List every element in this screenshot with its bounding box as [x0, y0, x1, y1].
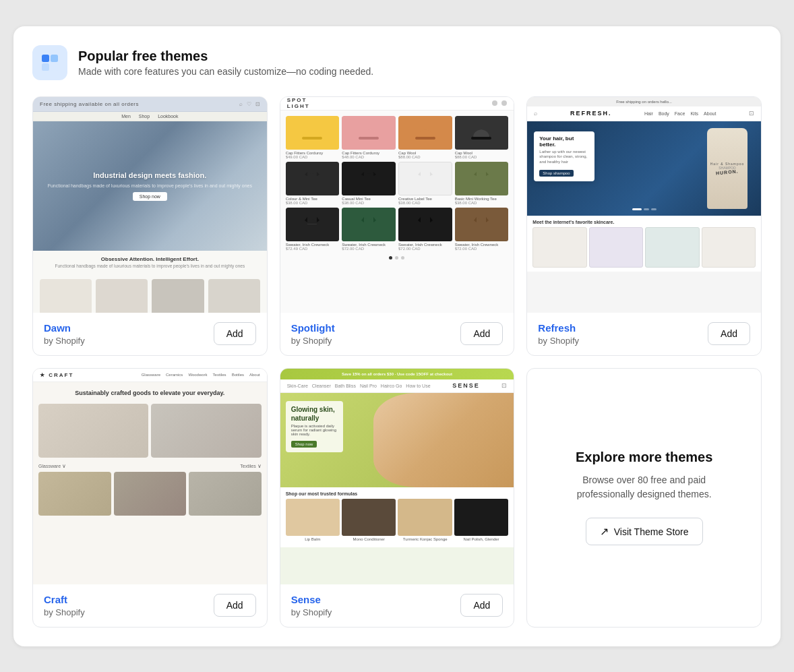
header-text: Popular free themes Made with core featu…: [78, 49, 373, 77]
refresh-name-link[interactable]: Refresh: [538, 322, 576, 334]
sp-product-hat-yellow: Cap Fitters Corduroy $49.00 CAD: [286, 116, 340, 159]
svg-rect-2: [42, 63, 49, 71]
sense-hero-tagline: Glowing skin, naturally: [291, 405, 338, 423]
spotlight-name-link[interactable]: Spotlight: [291, 322, 335, 334]
spotlight-author: by Shopify: [291, 336, 335, 346]
sp-sweater-green-img: [342, 208, 396, 241]
sense-hero: Glowing skin, naturally Plaque is activa…: [280, 393, 514, 487]
refresh-hero: Your hair, but better. Lather up with ou…: [527, 121, 761, 216]
dawn-product-1: [40, 279, 92, 313]
svg-rect-3: [51, 63, 58, 71]
refresh-skincare: Meet the internet's favorite skincare.: [527, 216, 761, 272]
sense-add-button[interactable]: Add: [460, 594, 503, 617]
dawn-name-link[interactable]: Dawn: [44, 322, 71, 334]
svg-rect-9: [415, 137, 435, 140]
refresh-footer: Refresh by Shopify Add: [527, 313, 761, 355]
main-card: Popular free themes Made with core featu…: [13, 26, 781, 646]
craft-footer: Craft by Shopify Add: [33, 584, 267, 627]
dawn-info: Dawn by Shopify: [44, 322, 85, 346]
sp-tshirt-dark-img: [342, 162, 396, 195]
refresh-nav-icon-bag: ⊡: [749, 110, 754, 117]
sense-product-4-label: Nail Polish, Glender: [454, 537, 508, 541]
craft-label-glassware: Glassware: [38, 464, 61, 468]
refresh-skincare-title: Meet the internet's favorite skincare.: [532, 220, 756, 224]
sp-sweater-black2-img: [398, 208, 452, 241]
app-icon: [32, 45, 67, 80]
craft-bottom-row: [33, 472, 267, 521]
sp-product-tshirt-4: Basic Mini Working Tee $38.00 CAD: [455, 162, 509, 205]
sense-logo: SENSE: [452, 382, 480, 389]
sense-product-3: Turmeric Konjac Sponge: [398, 499, 452, 541]
sp-product-sweater-1: Sweater, Irish Crewneck $72.49 CAD: [286, 208, 340, 251]
sense-nav: Skin-Care Cleanser Bath Bliss Nail Pro H…: [280, 379, 514, 393]
sense-name-link[interactable]: Sense: [291, 594, 321, 605]
refresh-popup-btn: Shop shampoo: [539, 170, 573, 177]
sense-product-2-label: Mono Conditioner: [342, 537, 396, 541]
theme-card-craft: ★ CRAFT Glassware Ceramics Woodwork Text…: [32, 368, 268, 628]
sense-nav-howto: How to Use: [406, 384, 430, 388]
craft-label-textiles: Textiles: [240, 464, 255, 468]
svg-rect-1: [51, 55, 58, 62]
sense-hero-textbox: Glowing skin, naturally Plaque is activa…: [286, 401, 343, 452]
explore-description: Browse over 80 free and paid professiona…: [563, 473, 725, 501]
sense-banner: Save 15% on all orders $30 · Use code 15…: [280, 369, 514, 379]
craft-hero-text: Sustainably crafted goods to elevate you…: [33, 382, 267, 404]
sp-product-sweater-2: Sweater, Irish Crewneck $72.00 CAD: [342, 208, 396, 251]
craft-author: by Shopify: [44, 607, 85, 617]
spotlight-add-button[interactable]: Add: [460, 322, 503, 345]
theme-card-spotlight: SPOTLIGHT Cap Fitters Corduroy $49.00 CA…: [280, 96, 515, 356]
spotlight-nav-icon-1: [492, 100, 497, 106]
sp-product-sweater-4: Sweater, Irish Crewneck $72.00 CAD: [455, 208, 509, 251]
craft-preview: ★ CRAFT Glassware Ceramics Woodwork Text…: [33, 369, 267, 584]
dawn-hero-subtext: Functional handbags made of luxurious ma…: [48, 183, 252, 188]
theme-card-sense: Save 15% on all orders $30 · Use code 15…: [280, 368, 515, 628]
visit-store-label: Visit Theme Store: [614, 526, 689, 537]
visit-theme-store-button[interactable]: ↗ Visit Theme Store: [586, 518, 703, 545]
sp-product-tshirt-1: Colour & Mini Tee $38.00 CAD: [286, 162, 340, 205]
spotlight-nav: SPOTLIGHT: [280, 97, 514, 111]
sp-product-hat-orange: Cap Wool $88.00 CAD: [398, 116, 452, 159]
refresh-add-button[interactable]: Add: [708, 322, 750, 345]
theme-card-refresh: Free shipping on orders hello... ⌕ REFRE…: [526, 96, 762, 356]
refresh-nav-links: Hair Body Face Kits About: [644, 111, 716, 116]
sense-nav-icon-bag: ⊡: [501, 382, 507, 389]
refresh-nav-face: Face: [675, 111, 685, 116]
sense-author: by Shopify: [291, 607, 332, 617]
sp-tshirt-olive-img: [455, 162, 509, 195]
sp-product-hat-black: Cap Wool $88.00 CAD: [455, 116, 509, 159]
sense-nav-hairco: Hairco Go: [381, 384, 402, 388]
sense-products-title: Shop our most trusted formulas: [286, 491, 509, 496]
refresh-nav-icon-search: ⌕: [534, 110, 537, 117]
craft-product-1: [38, 404, 148, 458]
craft-name-link[interactable]: Craft: [44, 594, 67, 605]
svg-rect-7: [359, 137, 379, 140]
craft-bottom-img-3: [189, 472, 262, 516]
refresh-popup-title: Your hair, but better.: [539, 135, 589, 148]
spotlight-preview: SPOTLIGHT Cap Fitters Corduroy $49.00 CA…: [280, 97, 514, 313]
sense-footer: Sense by Shopify Add: [280, 584, 514, 627]
craft-product-2: [151, 404, 261, 458]
sense-hero-btn: Shop now: [291, 441, 317, 448]
refresh-popup-sub: Lather up with our newest shampoo for cl…: [539, 150, 589, 165]
themes-grid: Free shipping available on all orders ⌕ …: [32, 96, 762, 628]
explore-title: Explore more themes: [576, 450, 712, 465]
craft-bottom-img-1: [38, 472, 111, 516]
page-subtitle: Made with core features you can easily c…: [78, 66, 373, 77]
sense-nav-cleanser: Cleanser: [312, 384, 331, 388]
refresh-skincare-item-3: [645, 227, 699, 268]
refresh-bottle-text: HURON.: [716, 169, 739, 176]
craft-add-button[interactable]: Add: [214, 594, 256, 617]
dawn-hero-text: Industrial design meets fashion.: [48, 171, 252, 181]
sense-product-2: Mono Conditioner: [342, 499, 396, 541]
refresh-preview: Free shipping on orders hello... ⌕ REFRE…: [527, 97, 761, 313]
sense-hero-sub: Plaque is activated daily serum for radi…: [291, 424, 338, 436]
dawn-footer: Dawn by Shopify Add: [33, 313, 267, 355]
refresh-info: Refresh by Shopify: [538, 322, 579, 346]
refresh-skincare-item-1: [532, 227, 586, 268]
svg-rect-11: [471, 137, 491, 140]
craft-bottom-img-2: [114, 472, 187, 516]
dawn-add-button[interactable]: Add: [214, 322, 256, 345]
craft-nav-links: Glassware Ceramics Woodwork Textiles Bot…: [142, 373, 260, 377]
sense-nav-bath: Bath Bliss: [335, 384, 356, 388]
spotlight-nav-icon-2: [501, 100, 507, 106]
